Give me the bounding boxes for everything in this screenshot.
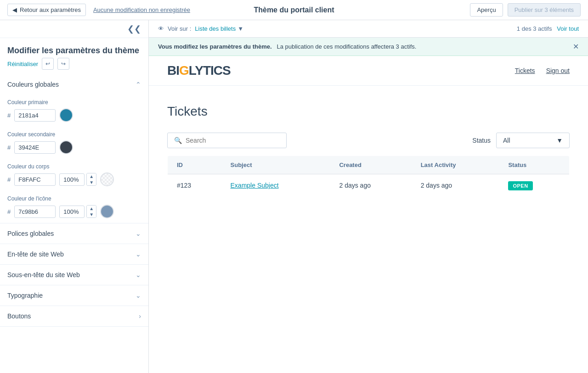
sidebar-header: Modifier les paramètres du thème Réiniti… [0,38,148,74]
info-banner-close-button[interactable]: ✕ [573,42,579,51]
col-status: Status [499,156,569,174]
chevron-up-icon: ⌃ [136,81,141,88]
sidebar-title: Modifier les paramètres du thème [7,45,139,56]
body-opacity-up[interactable]: ▲ [87,173,96,179]
couleurs-globales-header[interactable]: Couleurs globales ⌃ [0,74,148,95]
ticket-id: #123 [168,174,221,197]
unsaved-message[interactable]: Aucune modification non enregistrée [93,6,190,13]
couleurs-globales-label: Couleurs globales [7,81,59,88]
couleur-secondaire-input-row: # [7,140,141,154]
hash-sign-body: # [7,176,11,183]
active-count: 1 des 3 actifs [517,25,552,32]
status-filter-label: Status [472,137,491,144]
chevron-down-icon-polices: ⌄ [136,230,141,237]
view-link-label: Liste des billets [195,25,236,32]
sidebar-item-entete[interactable]: En-tête de site Web ⌄ [0,244,148,265]
see-on-label: Voir sur : [168,25,191,32]
portal-header: BIGLYTICS Tickets Sign out [149,56,588,86]
couleur-secondaire-row: Couleur secondaire # [0,127,148,159]
icon-opacity-down[interactable]: ▼ [87,212,96,217]
view-dropdown[interactable]: Liste des billets ▼ [195,25,243,32]
status-select-value: All [503,137,510,144]
sidebar-item-polices-globales[interactable]: Polices globales ⌄ [0,223,148,244]
preview-area: 👁 Voir sur : Liste des billets ▼ 1 des 3… [149,20,588,373]
entete-label: En-tête de site Web [7,251,64,258]
info-banner: Vous modifiez les paramètres du thème. L… [149,38,588,56]
status-select[interactable]: All ▼ [496,133,570,148]
info-banner-desc: La publication de ces modifications affe… [277,43,416,50]
portal-logo: BIGLYTICS [167,63,231,78]
body-color-input[interactable] [14,173,56,186]
info-banner-text: Vous modifiez les paramètres du thème. L… [158,43,416,50]
chevron-right-icon-boutons: › [139,312,141,320]
top-bar-left: ◀ Retour aux paramètres Aucune modificat… [7,4,190,16]
col-subject: Subject [221,156,330,174]
portal-body: Tickets 🔍 Status All ▼ [149,86,588,215]
see-all-link[interactable]: Voir tout [557,25,579,32]
sidebar-item-boutons[interactable]: Boutons › [0,306,148,327]
couleur-primaire-input-row: # [7,108,141,122]
primary-color-swatch[interactable] [59,108,73,122]
body-opacity-stepper: ▲ ▼ [86,173,96,186]
search-box: 🔍 [167,133,287,148]
hash-sign-primary: # [7,112,11,119]
sous-entete-label: Sous-en-tête du site Web [7,271,80,278]
main-layout: ❮❮ Modifier les paramètres du thème Réin… [0,20,588,373]
couleur-corps-label: Couleur du corps [7,163,141,170]
couleur-primaire-label: Couleur primaire [7,99,141,106]
icon-opacity-input[interactable] [59,206,85,218]
undo-button[interactable]: ↩ [42,58,54,70]
back-button[interactable]: ◀ Retour aux paramètres [7,4,86,16]
status-filter: Status All ▼ [472,133,570,148]
top-bar-right: Aperçu Publier sur 3 éléments [470,3,581,17]
search-input[interactable] [186,137,280,144]
tickets-toolbar: 🔍 Status All ▼ [167,133,570,148]
couleur-icone-label: Couleur de l'icône [7,195,141,202]
secondary-color-input[interactable] [14,141,56,154]
chevron-down-icon-entete: ⌄ [136,251,141,258]
body-opacity-down[interactable]: ▼ [87,179,96,185]
typographie-label: Typographie [7,292,43,299]
icon-opacity-row: ▲ ▼ [59,205,96,218]
view-bar: 👁 Voir sur : Liste des billets ▼ 1 des 3… [149,20,588,38]
tickets-table-head: ID Subject Created Last Activity Status [168,156,570,174]
body-color-swatch[interactable] [100,173,114,186]
hash-sign-icon: # [7,208,11,215]
hash-sign-secondary: # [7,144,11,151]
icon-opacity-up[interactable]: ▲ [87,206,96,212]
couleur-corps-row: Couleur du corps # ▲ ▼ [0,159,148,191]
sidebar-item-typographie[interactable]: Typographie ⌄ [0,285,148,306]
icon-color-swatch[interactable] [100,205,114,218]
tickets-table-body: #123 Example Subject 2 days ago 2 days a… [168,174,570,197]
sidebar-title-section: Modifier les paramètres du thème Réiniti… [7,45,139,70]
ticket-status: OPEN [499,174,569,197]
reset-link[interactable]: Réinitialiser [7,61,38,67]
couleur-corps-input-row: # ▲ ▼ [7,173,141,186]
sidebar-collapse-button[interactable]: ❮❮ [124,23,144,35]
icon-opacity-stepper: ▲ ▼ [86,205,96,218]
tickets-table: ID Subject Created Last Activity Status … [167,156,570,197]
primary-color-input[interactable] [14,109,56,122]
col-id: ID [168,156,221,174]
ticket-subject-link[interactable]: Example Subject [231,182,279,189]
view-bar-left: 👁 Voir sur : Liste des billets ▼ [158,25,243,32]
portal-nav: Tickets Sign out [515,67,570,74]
portal-nav-tickets[interactable]: Tickets [515,67,535,74]
secondary-color-swatch[interactable] [59,140,73,154]
ticket-last-activity: 2 days ago [412,174,499,197]
table-row: #123 Example Subject 2 days ago 2 days a… [168,174,570,197]
page-title: Thème du portail client [254,6,334,14]
chevron-down-icon-typo: ⌄ [136,292,141,299]
body-opacity-row: ▲ ▼ [59,173,96,186]
sidebar-collapse-row: ❮❮ [0,20,148,38]
redo-button[interactable]: ↪ [57,58,69,70]
portal-nav-signout[interactable]: Sign out [546,67,570,74]
chevron-left-icon: ◀ [12,6,17,13]
sidebar-item-sous-entete[interactable]: Sous-en-tête du site Web ⌄ [0,265,148,285]
icon-color-input[interactable] [14,206,56,218]
col-created: Created [330,156,411,174]
table-header-row: ID Subject Created Last Activity Status [168,156,570,174]
couleur-primaire-row: Couleur primaire # [0,95,148,127]
preview-button[interactable]: Aperçu [470,3,503,17]
body-opacity-input[interactable] [59,173,85,186]
